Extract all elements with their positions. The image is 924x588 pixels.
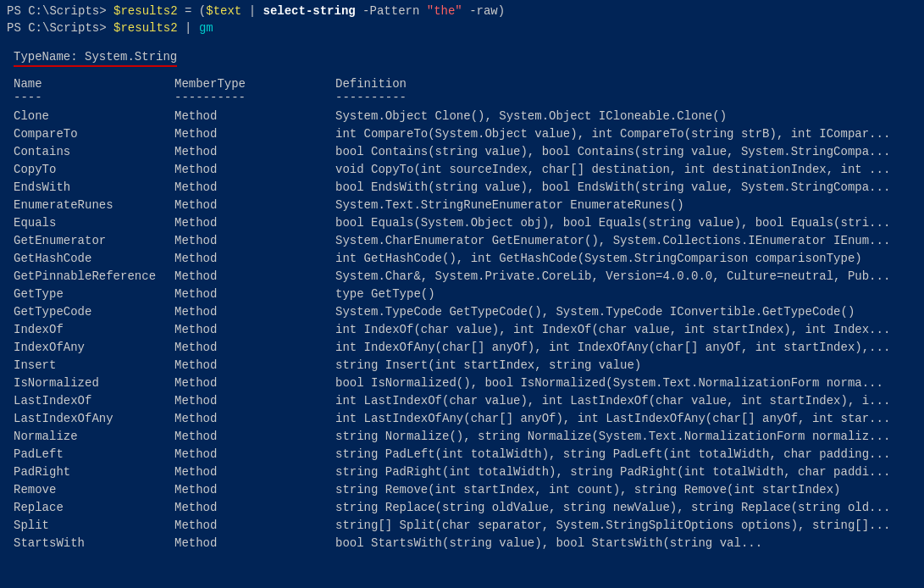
cell-name: LastIndexOfAny bbox=[14, 410, 174, 428]
cell-name: EnumerateRunes bbox=[14, 197, 174, 214]
table-row: ReplaceMethodstring Replace(string oldVa… bbox=[14, 499, 910, 517]
cell-name: Normalize bbox=[14, 428, 174, 446]
output-section: TypeName: System.String Name MemberType … bbox=[7, 50, 917, 552]
prompt-line-2: PS C:\Scripts> $results2 | gm bbox=[7, 20, 917, 37]
table-row: EnumerateRunesMethodSystem.Text.StringRu… bbox=[14, 197, 910, 214]
cell-name: IsNormalized bbox=[14, 374, 174, 392]
cell-membertype: Method bbox=[174, 446, 335, 463]
cell-definition: System.Text.StringRuneEnumerator Enumera… bbox=[335, 197, 910, 214]
cell-definition: bool IsNormalized(), bool IsNormalized(S… bbox=[335, 374, 910, 392]
cell-name: CopyTo bbox=[14, 161, 174, 179]
header-name: Name bbox=[14, 77, 174, 91]
sep-membertype: ---------- bbox=[174, 91, 335, 104]
header-definition: Definition bbox=[335, 77, 910, 91]
cell-definition: int LastIndexOfAny(char[] anyOf), int La… bbox=[335, 410, 910, 428]
cell-name: Equals bbox=[14, 214, 174, 232]
cell-definition: string PadRight(int totalWidth), string … bbox=[335, 463, 910, 481]
prompt-prefix-1: PS C:\Scripts> bbox=[7, 3, 113, 20]
cell-membertype: Method bbox=[174, 303, 335, 321]
cell-membertype: Method bbox=[174, 125, 335, 143]
cell-membertype: Method bbox=[174, 143, 335, 161]
table-row: ContainsMethodbool Contains(string value… bbox=[14, 143, 910, 161]
cell-name: GetType bbox=[14, 286, 174, 303]
sep-name: ---- bbox=[14, 91, 174, 104]
prompt-pattern-flag: -Pattern bbox=[356, 3, 427, 20]
table-row: StartsWithMethodbool StartsWith(string v… bbox=[14, 535, 910, 552]
cell-definition: int GetHashCode(), int GetHashCode(Syste… bbox=[335, 250, 910, 268]
cell-name: GetEnumerator bbox=[14, 232, 174, 250]
table-row: GetTypeCodeMethodSystem.TypeCode GetType… bbox=[14, 303, 910, 321]
var-results2-1: $results2 bbox=[113, 3, 178, 20]
cell-definition: System.TypeCode GetTypeCode(), System.Ty… bbox=[335, 303, 910, 321]
var-results2-2: $results2 bbox=[113, 20, 178, 37]
prompt-line-1: PS C:\Scripts> $results2 = ($text | sele… bbox=[7, 3, 917, 20]
sep-definition: ---------- bbox=[335, 91, 910, 104]
cell-membertype: Method bbox=[174, 463, 335, 481]
cell-name: GetHashCode bbox=[14, 250, 174, 268]
cell-name: Contains bbox=[14, 143, 174, 161]
cell-name: IndexOf bbox=[14, 321, 174, 339]
cell-name: Remove bbox=[14, 481, 174, 499]
table-row: IndexOfMethodint IndexOf(char value), in… bbox=[14, 321, 910, 339]
prompt-raw-flag: -raw) bbox=[462, 3, 505, 20]
cell-membertype: Method bbox=[174, 339, 335, 357]
cell-name: GetPinnableReference bbox=[14, 268, 174, 286]
table-row: LastIndexOfAnyMethodint LastIndexOfAny(c… bbox=[14, 410, 910, 428]
cell-definition: bool StartsWith(string value), bool Star… bbox=[335, 535, 910, 552]
cell-definition: string Insert(int startIndex, string val… bbox=[335, 357, 910, 374]
cell-membertype: Method bbox=[174, 517, 335, 535]
cmd-gm: gm bbox=[199, 20, 213, 37]
cell-definition: bool Equals(System.Object obj), bool Equ… bbox=[335, 214, 910, 232]
cell-membertype: Method bbox=[174, 197, 335, 214]
cell-definition: void CopyTo(int sourceIndex, char[] dest… bbox=[335, 161, 910, 179]
table-row: SplitMethodstring[] Split(char separator… bbox=[14, 517, 910, 535]
table-body: CloneMethodSystem.Object Clone(), System… bbox=[14, 108, 910, 552]
table-row: IsNormalizedMethodbool IsNormalized(), b… bbox=[14, 374, 910, 392]
var-text: $text bbox=[206, 3, 241, 20]
cell-name: EndsWith bbox=[14, 179, 174, 197]
cell-name: Clone bbox=[14, 108, 174, 125]
cell-definition: string Normalize(), string Normalize(Sys… bbox=[335, 428, 910, 446]
table-row: PadRightMethodstring PadRight(int totalW… bbox=[14, 463, 910, 481]
cell-definition: int CompareTo(System.Object value), int … bbox=[335, 125, 910, 143]
cell-membertype: Method bbox=[174, 232, 335, 250]
cell-definition: string PadLeft(int totalWidth), string P… bbox=[335, 446, 910, 463]
table-row: LastIndexOfMethodint LastIndexOf(char va… bbox=[14, 392, 910, 410]
cell-definition: int IndexOfAny(char[] anyOf), int IndexO… bbox=[335, 339, 910, 357]
table-row: RemoveMethodstring Remove(int startIndex… bbox=[14, 481, 910, 499]
cell-definition: bool EndsWith(string value), bool EndsWi… bbox=[335, 179, 910, 197]
typename-text: TypeName: System.String bbox=[14, 50, 177, 67]
cell-name: Replace bbox=[14, 499, 174, 517]
cell-definition: bool Contains(string value), bool Contai… bbox=[335, 143, 910, 161]
cell-membertype: Method bbox=[174, 161, 335, 179]
cell-name: CompareTo bbox=[14, 125, 174, 143]
table-row: GetEnumeratorMethodSystem.CharEnumerator… bbox=[14, 232, 910, 250]
cell-definition: System.CharEnumerator GetEnumerator(), S… bbox=[335, 232, 910, 250]
cell-membertype: Method bbox=[174, 357, 335, 374]
cell-membertype: Method bbox=[174, 321, 335, 339]
typename-line: TypeName: System.String bbox=[14, 50, 910, 77]
cell-name: PadLeft bbox=[14, 446, 174, 463]
cell-name: IndexOfAny bbox=[14, 339, 174, 357]
table-row: CompareToMethodint CompareTo(System.Obje… bbox=[14, 125, 910, 143]
prompt-prefix-2: PS C:\Scripts> bbox=[7, 20, 113, 37]
table-separator: ---- ---------- ---------- bbox=[14, 91, 910, 104]
cell-membertype: Method bbox=[174, 214, 335, 232]
cell-name: LastIndexOf bbox=[14, 392, 174, 410]
cell-definition: System.Char&, System.Private.CoreLib, Ve… bbox=[335, 268, 910, 286]
cell-membertype: Method bbox=[174, 499, 335, 517]
cell-name: Split bbox=[14, 517, 174, 535]
table-row: IndexOfAnyMethodint IndexOfAny(char[] an… bbox=[14, 339, 910, 357]
prompt-pipe-1: | bbox=[241, 3, 263, 20]
cell-membertype: Method bbox=[174, 428, 335, 446]
prompt-assign: = ( bbox=[178, 3, 207, 20]
table-row: PadLeftMethodstring PadLeft(int totalWid… bbox=[14, 446, 910, 463]
cell-membertype: Method bbox=[174, 481, 335, 499]
cell-definition: System.Object Clone(), System.Object ICl… bbox=[335, 108, 910, 125]
cell-definition: string[] Split(char separator, System.St… bbox=[335, 517, 910, 535]
terminal-window: PS C:\Scripts> $results2 = ($text | sele… bbox=[0, 0, 924, 556]
cell-membertype: Method bbox=[174, 250, 335, 268]
cell-membertype: Method bbox=[174, 286, 335, 303]
cell-membertype: Method bbox=[174, 268, 335, 286]
cell-membertype: Method bbox=[174, 392, 335, 410]
